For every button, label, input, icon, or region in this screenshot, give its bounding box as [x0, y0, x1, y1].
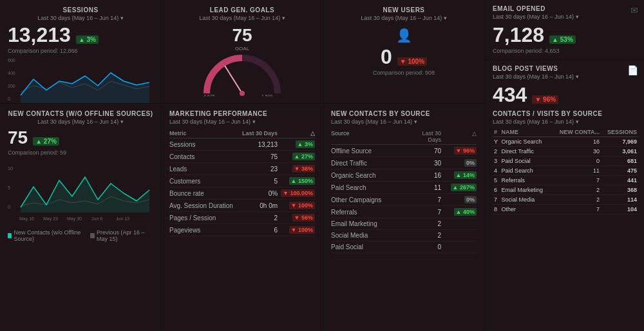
cv-sessions: 114	[601, 195, 638, 205]
blog-dropdown-icon[interactable]: ▾	[576, 73, 579, 80]
top-right-area: EMAIL OPENED Last 30 days (May 16 – Jun …	[485, 0, 644, 103]
table-row: 8 Other 7 104	[493, 205, 638, 214]
sessions-comparison: Comparison period: 12,866	[8, 48, 153, 54]
source-value: 70	[422, 147, 441, 155]
sessions-chart: 600 400 200 0 May 16 May 23 May 30 Jun 6…	[8, 57, 153, 103]
source-name: Other Campaigns	[331, 196, 422, 203]
source-delta: ▲ 40%	[441, 208, 477, 216]
cv-col-rank: #	[493, 128, 500, 137]
email-change: ▲ 53%	[549, 35, 576, 44]
table-row: Pages / Session 2 ▼ 56%	[169, 212, 315, 224]
svg-text:5: 5	[8, 185, 10, 190]
cv-sessions: 3,061	[601, 147, 638, 156]
cv-col-name: NAME	[500, 128, 551, 137]
source-name: Referrals	[331, 209, 422, 216]
svg-line-10	[225, 66, 242, 93]
sessions-change: ▲ 3%	[76, 35, 99, 44]
cv-col-sessions: SESSIONS	[601, 128, 638, 137]
new-users-card: NEW USERS Last 30 days (May 16 – Jun 14)…	[323, 0, 484, 103]
cv-contacts: 7	[551, 205, 601, 214]
marketing-subtitle: Last 30 days (May 16 – Jun 14) ▾	[169, 118, 315, 125]
cv-contacts: 11	[551, 166, 601, 176]
metric-delta: ▲ 3%	[278, 138, 315, 151]
cv-name: Referrals	[500, 176, 551, 185]
metric-delta: ▼ 36%	[278, 163, 315, 175]
email-dropdown-icon[interactable]: ▾	[576, 14, 579, 20]
svg-text:1,500: 1,500	[261, 94, 273, 97]
col-last30: Last 30 Days	[239, 129, 278, 138]
cv-sessions: 475	[601, 166, 638, 176]
contacts-visits-table: # NAME NEW CONTA... SESSIONS Y Organic S…	[493, 128, 638, 214]
cv-name: Other	[500, 205, 551, 214]
marketing-performance-card: MARKETING PERFORMANCE Last 30 days (May …	[162, 104, 323, 331]
email-subtitle: Last 30 days (May 16 – Jun 14) ▾	[493, 14, 579, 20]
svg-text:May 16: May 16	[19, 216, 34, 222]
source-value: 11	[422, 184, 441, 191]
lead-gen-value: 75	[232, 25, 252, 45]
cv-name: Paid Social	[500, 156, 551, 166]
source-delta: 0%	[441, 159, 477, 167]
new-contacts-chart: 10 5 0 May 16 May 23 May 30 Jun 6 Jun 13…	[8, 161, 153, 242]
metric-name: Customers	[169, 175, 239, 187]
table-row: Avg. Session Duration 0h 0m ▼ 100%	[169, 200, 315, 212]
email-comparison: Comparison period: 4,653	[493, 48, 638, 54]
svg-text:Jun 13: Jun 13	[116, 216, 129, 221]
svg-text:4,625: 4,625	[204, 94, 215, 97]
new-contacts-value: 75	[8, 128, 28, 148]
contacts-visits-subtitle: Last 30 days (May 16 – Jun 14) ▾	[493, 118, 638, 125]
contacts-source-header: Source Last 30 Days △	[331, 129, 477, 145]
source-value: 7	[422, 209, 441, 216]
cv-rank: 8	[493, 205, 500, 214]
metric-name: Avg. Session Duration	[169, 200, 239, 212]
svg-text:600: 600	[8, 58, 15, 62]
svg-text:Jun 6: Jun 6	[91, 216, 102, 221]
cv-name: Email Marketing	[500, 185, 551, 195]
marketing-dropdown-icon[interactable]: ▾	[252, 118, 256, 125]
source-name: Paid Search	[331, 184, 422, 191]
cv-contacts: 30	[551, 147, 601, 156]
list-item: Other Campaigns 7 0%	[331, 194, 477, 206]
contacts-source-dropdown-icon[interactable]: ▾	[414, 118, 417, 125]
source-value: 2	[422, 220, 441, 227]
email-opened-card: EMAIL OPENED Last 30 days (May 16 – Jun …	[485, 0, 644, 59]
email-value: 7,128	[493, 24, 544, 46]
lead-gen-goal-label: GOAL	[235, 46, 249, 52]
svg-marker-4	[21, 73, 149, 103]
metric-name: Pageviews	[169, 224, 239, 236]
table-row: Pageviews 6 ▼ 100%	[169, 224, 315, 236]
new-users-change: ▼ 100%	[397, 57, 427, 66]
cv-rank: 5	[493, 176, 500, 185]
sessions-value: 13,213	[8, 24, 71, 46]
email-title: EMAIL OPENED	[493, 5, 579, 12]
metric-delta: ▼ 100%	[278, 200, 315, 212]
sessions-dropdown-icon[interactable]: ▾	[120, 15, 124, 21]
lead-gen-dropdown-icon[interactable]: ▾	[282, 15, 285, 21]
metric-name: Sessions	[169, 138, 239, 151]
list-item: Paid Social 0	[331, 241, 477, 253]
contacts-visits-dropdown-icon[interactable]: ▾	[576, 118, 579, 125]
contacts-source-rows: Offline Source 70 ▼ 96% Direct Traffic 3…	[331, 145, 477, 253]
source-delta: ▲ 267%	[441, 184, 477, 191]
svg-text:0: 0	[8, 205, 10, 209]
cv-rank: 7	[493, 195, 500, 205]
new-contacts-dropdown-icon[interactable]: ▾	[120, 118, 124, 125]
sessions-title: SESSIONS	[8, 6, 153, 14]
new-users-dropdown-icon[interactable]: ▾	[444, 15, 447, 21]
source-value: 30	[422, 160, 441, 167]
cv-sessions: 104	[601, 205, 638, 214]
metric-value: 0h 0m	[239, 200, 278, 212]
sessions-subtitle: Last 30 days (May 16 – Jun 14) ▾	[8, 15, 153, 21]
cv-name: Direct Traffic	[500, 147, 551, 156]
source-delta: 0%	[441, 196, 477, 203]
table-row: 7 Social Media 2 114	[493, 195, 638, 205]
cv-contacts: 2	[551, 195, 601, 205]
blog-subtitle: Last 30 days (May 16 – Jun 14) ▾	[493, 73, 579, 80]
table-row: 4 Paid Search 11 475	[493, 166, 638, 176]
table-row: Contacts 75 ▲ 27%	[169, 151, 315, 163]
metric-value: 2	[239, 212, 278, 224]
blog-icon: 📄	[627, 65, 638, 75]
list-item: Email Marketing 2	[331, 218, 477, 230]
metric-delta: ▼ 100.00%	[278, 187, 315, 200]
source-delta: ▲ 14%	[441, 171, 477, 179]
cv-sessions: 681	[601, 156, 638, 166]
